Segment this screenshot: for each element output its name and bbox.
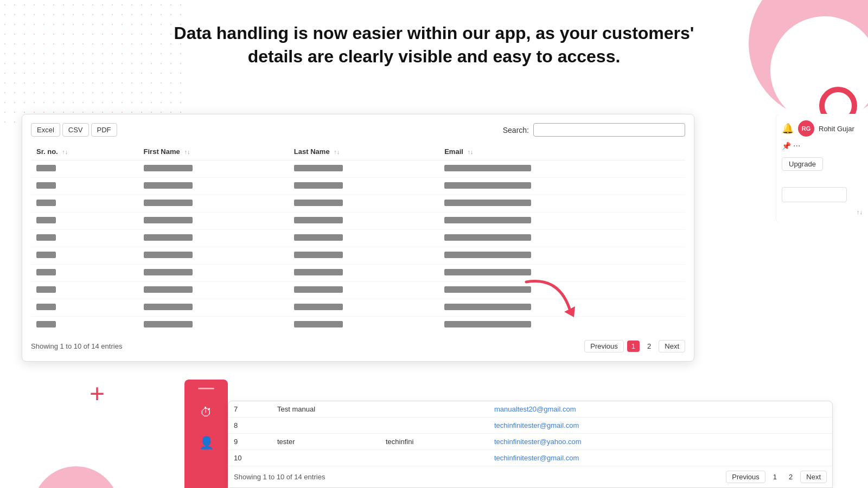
showing-text: Showing 1 to 10 of 14 entries <box>31 342 122 350</box>
table-row <box>31 195 685 213</box>
table-row: 10 techinfinitester@gmail.com <box>228 450 832 466</box>
cell-firstname <box>144 286 193 293</box>
table-footer: Showing 1 to 10 of 14 entries Previous 1… <box>31 340 685 352</box>
cell-last <box>380 450 489 466</box>
heading-area: Data handling is now easier within our a… <box>0 22 868 68</box>
cell-srno <box>36 234 56 241</box>
user-icon[interactable]: 👤 <box>199 436 214 450</box>
table-row <box>31 213 685 230</box>
cell-first: Test manual <box>272 401 380 418</box>
page-2-button[interactable]: 2 <box>643 341 655 352</box>
timer-icon[interactable]: ⏱ <box>200 406 212 420</box>
cell-srno <box>36 321 56 328</box>
cell-lastname <box>294 234 343 241</box>
sidebar-line <box>198 388 214 389</box>
table-row: 7 Test manual manualtest20@gmail.com <box>228 401 832 418</box>
col-lastname: Last Name ↑↓ <box>289 143 439 160</box>
cell-firstname <box>144 165 193 171</box>
cell-first: tester <box>272 434 380 450</box>
cell-email: techinfinitester@gmail.com <box>489 450 832 466</box>
cell-firstname <box>144 234 193 241</box>
heading-line2: details are clearly visible and easy to … <box>248 47 621 66</box>
cell-num: 8 <box>228 418 272 434</box>
cell-lastname <box>294 200 343 206</box>
table-row: 9 tester techinfini techinfinitester@yah… <box>228 434 832 450</box>
upgrade-button[interactable]: Upgrade <box>782 157 823 171</box>
col-srno: Sr. no. ↑↓ <box>31 143 138 160</box>
bottom-pagination: Previous 1 2 Next <box>726 471 827 483</box>
cell-last: techinfini <box>380 434 489 450</box>
cell-last <box>380 418 489 434</box>
cell-lastname <box>294 182 343 189</box>
user-name: Rohit Gujar <box>819 125 854 133</box>
cell-firstname <box>144 182 193 189</box>
cell-srno <box>36 304 56 310</box>
table-row: 8 techinfinitester@gmail.com <box>228 418 832 434</box>
prev-button[interactable]: Previous <box>584 340 624 352</box>
bottom-page-2[interactable]: 2 <box>784 471 797 483</box>
bottom-prev-button[interactable]: Previous <box>726 471 765 483</box>
cell-firstname <box>144 217 193 223</box>
table-row <box>31 230 685 247</box>
bottom-table-container: 7 Test manual manualtest20@gmail.com 8 t… <box>228 401 833 488</box>
export-buttons: Excel CSV PDF <box>31 123 117 137</box>
table-toolbar: Excel CSV PDF Search: <box>31 123 685 137</box>
cell-lastname <box>294 165 343 171</box>
pdf-button[interactable]: PDF <box>91 123 117 137</box>
page-1-button[interactable]: 1 <box>627 341 640 352</box>
cell-email: techinfinitester@yahoo.com <box>489 434 832 450</box>
cell-firstname <box>144 304 193 310</box>
cell-lastname <box>294 217 343 223</box>
sort-icon-lastname[interactable]: ↑↓ <box>334 149 340 155</box>
next-button[interactable]: Next <box>659 340 685 352</box>
bottom-showing-text: Showing 1 to 10 of 14 entries <box>234 473 325 481</box>
table-row <box>31 247 685 265</box>
cell-email <box>444 200 531 206</box>
heading-line1: Data handling is now easier within our a… <box>174 23 694 43</box>
bg-circle-bottomleft <box>33 423 119 488</box>
cell-srno <box>36 200 56 206</box>
sort-icon-email[interactable]: ↑↓ <box>467 149 473 155</box>
heading-text: Data handling is now easier within our a… <box>108 22 760 68</box>
arrow-annotation <box>515 266 591 333</box>
cell-srno <box>36 286 56 293</box>
cell-firstname <box>144 321 193 328</box>
excel-button[interactable]: Excel <box>31 123 60 137</box>
cell-num: 10 <box>228 450 272 466</box>
col-email: Email ↑↓ <box>439 143 685 160</box>
cell-srno <box>36 217 56 223</box>
cell-firstname <box>144 269 193 275</box>
cell-srno <box>36 182 56 189</box>
csv-button[interactable]: CSV <box>62 123 89 137</box>
bottom-table: 7 Test manual manualtest20@gmail.com 8 t… <box>228 401 832 466</box>
cell-firstname <box>144 200 193 206</box>
pin-icon: 📌 <box>782 142 791 150</box>
more-icon[interactable]: ··· <box>793 141 800 151</box>
search-area: Search: <box>503 123 685 137</box>
bottom-next-button[interactable]: Next <box>800 471 827 483</box>
cell-lastname <box>294 286 343 293</box>
cell-num: 7 <box>228 401 272 418</box>
cell-email: manualtest20@gmail.com <box>489 401 832 418</box>
cell-firstname <box>144 252 193 258</box>
sort-icon-srno[interactable]: ↑↓ <box>62 149 68 155</box>
col-firstname: First Name ↑↓ <box>138 143 289 160</box>
avatar: RG <box>798 120 814 137</box>
right-panel: 🔔 RG Rohit Gujar 📌 ··· Upgrade ↑↓ <box>776 114 868 223</box>
sort-icon-firstname[interactable]: ↑↓ <box>184 149 190 155</box>
cell-last <box>380 401 489 418</box>
table-row <box>31 160 685 178</box>
bottom-page-1[interactable]: 1 <box>769 471 781 483</box>
search-input[interactable] <box>533 123 685 137</box>
table-row <box>31 178 685 195</box>
bell-icon[interactable]: 🔔 <box>782 123 794 134</box>
cell-lastname <box>294 269 343 275</box>
cell-srno <box>36 252 56 258</box>
pagination: Previous 1 2 Next <box>584 340 685 352</box>
cell-srno <box>36 269 56 275</box>
cell-lastname <box>294 252 343 258</box>
left-sidebar: ⏱ 👤 <box>184 380 228 488</box>
cell-email <box>444 182 531 189</box>
cell-lastname <box>294 321 343 328</box>
cell-first <box>272 418 380 434</box>
